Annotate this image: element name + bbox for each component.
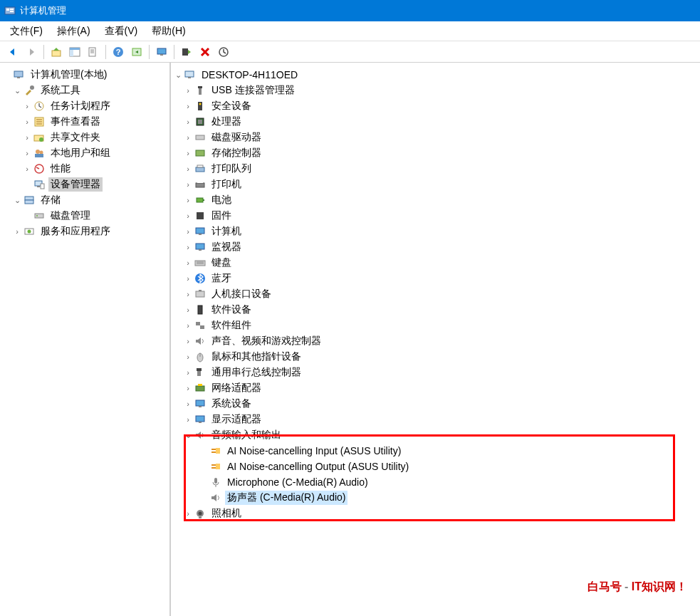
monitor-button[interactable] [153,43,170,61]
caret-right-icon[interactable]: › [182,118,194,126]
device-usb-connector[interactable]: ›USB 连接器管理器 [172,83,699,98]
tree-device-manager[interactable]: › 设备管理器 [1,177,168,192]
show-hide-tree-button[interactable] [66,43,83,61]
device-audio-io[interactable]: ⌄音频输入和输出 [172,427,699,443]
tree-system-tools[interactable]: ⌄ 系统工具 [1,83,168,98]
caret-right-icon[interactable]: › [182,337,194,345]
tree-label: 软件组件 [209,318,254,333]
tree-label: 系统设备 [209,397,254,411]
device-processors[interactable]: ›处理器 [172,114,699,130]
menu-action[interactable]: 操作(A) [50,22,98,41]
device-mice-pointing[interactable]: ›鼠标和其他指针设备 [172,349,699,365]
caret-right-icon[interactable]: › [182,180,194,189]
caret-down-icon[interactable]: ⌄ [182,431,194,440]
svg-rect-86 [211,464,216,466]
tree-performance[interactable]: › 性能 [1,161,168,177]
menu-help[interactable]: 帮助(H) [145,22,192,41]
menu-view[interactable]: 查看(V) [98,22,145,41]
caret-right-icon[interactable]: › [182,259,194,267]
device-firmware[interactable]: ›固件 [172,208,699,224]
audio-device-1[interactable]: ›AI Noise-cancelling Input (ASUS Utility… [172,443,699,459]
device-software-components[interactable]: ›软件组件 [172,318,699,333]
device-keyboards[interactable]: ›键盘 [172,255,699,271]
tree-local-users[interactable]: › 本地用户和组 [1,145,168,161]
caret-right-icon[interactable]: › [182,274,194,283]
caret-right-icon[interactable]: › [182,306,194,314]
caret-right-icon[interactable]: › [182,149,194,157]
device-system-devices[interactable]: ›系统设备 [172,396,699,412]
menu-file[interactable]: 文件(F) [3,22,50,41]
device-computer[interactable]: ›计算机 [172,224,699,239]
tree-task-scheduler[interactable]: › 任务计划程序 [1,98,168,114]
caret-right-icon[interactable]: › [21,102,33,110]
caret-right-icon[interactable]: › [182,243,194,251]
device-security[interactable]: ›安全设备 [172,98,699,114]
caret-down-icon[interactable]: ⌄ [11,196,23,205]
tree-services-apps[interactable]: › 服务和应用程序 [1,224,168,239]
scan-button[interactable] [178,43,195,61]
device-bluetooth[interactable]: ›蓝牙 [172,271,699,286]
caret-right-icon[interactable]: › [182,384,194,392]
tree-disk-management[interactable]: › 磁盘管理 [1,208,168,224]
device-monitors[interactable]: ›监视器 [172,239,699,255]
svg-rect-79 [196,400,204,406]
tree-shared-folders[interactable]: › 共享文件夹 [1,130,168,145]
device-display-adapters[interactable]: ›显示适配器 [172,412,699,427]
caret-right-icon[interactable]: › [182,227,194,236]
forward-button[interactable] [23,43,40,61]
device-disk-drives[interactable]: ›磁盘驱动器 [172,130,699,145]
caret-right-icon[interactable]: › [21,133,33,142]
tree-storage[interactable]: ⌄ 存储 [1,192,168,208]
device-batteries[interactable]: ›电池 [172,192,699,208]
caret-down-icon[interactable]: ⌄ [172,71,184,80]
device-sound-video-game[interactable]: ›声音、视频和游戏控制器 [172,333,699,349]
device-print-queues[interactable]: ›打印队列 [172,161,699,177]
device-storage-controllers[interactable]: ›存储控制器 [172,145,699,161]
export-button[interactable] [85,43,102,61]
caret-right-icon[interactable]: › [182,196,194,204]
keyboard-icon [194,256,207,269]
caret-right-icon[interactable]: › [182,102,194,110]
svg-point-28 [39,137,43,142]
device-usb-controllers[interactable]: ›通用串行总线控制器 [172,365,699,380]
speaker-icon [194,335,207,348]
help-button[interactable]: ? [110,43,127,61]
audio-device-3[interactable]: ›Microphone (C-Media(R) Audio) [172,474,699,490]
delete-button[interactable] [197,43,214,61]
device-software-devices[interactable]: ›软件设备 [172,302,699,318]
svg-rect-35 [37,186,40,187]
device-hid[interactable]: ›人机接口设备 [172,286,699,302]
device-network[interactable]: ›网络适配器 [172,380,699,396]
print-queue-icon [194,162,207,175]
caret-right-icon[interactable]: › [182,368,194,377]
caret-right-icon[interactable]: › [182,509,194,518]
caret-right-icon[interactable]: › [182,133,194,142]
caret-right-icon[interactable]: › [182,400,194,408]
audio-device-2[interactable]: ›AI Noise-cancelling Output (ASUS Utilit… [172,459,699,474]
tree-event-viewer[interactable]: › 事件查看器 [1,114,168,130]
caret-right-icon[interactable]: › [182,353,194,361]
caret-right-icon[interactable]: › [182,86,194,95]
caret-right-icon[interactable]: › [21,118,33,126]
update-button[interactable] [215,43,232,61]
svg-rect-58 [203,199,204,201]
caret-right-icon[interactable]: › [182,415,194,424]
tree-label: 磁盘驱动器 [209,130,263,145]
caret-right-icon[interactable]: › [182,165,194,173]
back-button[interactable] [4,43,21,61]
audio-device-4[interactable]: ›扬声器 (C-Media(R) Audio) [172,490,699,506]
device-printers[interactable]: ›打印机 [172,177,699,192]
device-root[interactable]: ⌄ DESKTOP-4H11OED [172,67,699,83]
caret-right-icon[interactable]: › [21,149,33,157]
tree-root-local[interactable]: ▸ 计算机管理(本地) [1,67,168,83]
caret-right-icon[interactable]: › [182,321,194,330]
caret-down-icon[interactable]: ⌄ [11,86,23,95]
device-manager-icon [33,178,46,191]
caret-right-icon[interactable]: › [11,227,23,236]
caret-right-icon[interactable]: › [21,165,33,173]
caret-right-icon[interactable]: › [182,290,194,298]
caret-right-icon[interactable]: › [182,212,194,220]
action-button[interactable] [128,43,145,61]
up-button[interactable] [48,43,65,61]
device-cameras[interactable]: ›照相机 [172,506,699,521]
